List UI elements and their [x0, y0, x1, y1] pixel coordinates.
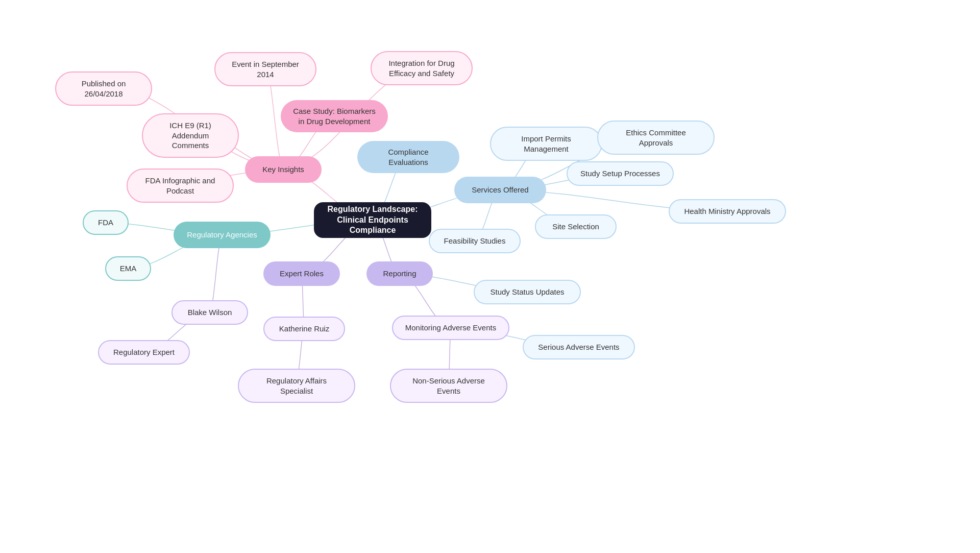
node-center[interactable]: Regulatory Landscape: Clinical Endpoints…: [314, 202, 431, 238]
node-integration[interactable]: Integration for Drug Efficacy and Safety: [371, 51, 473, 85]
node-reporting[interactable]: Reporting: [366, 261, 433, 286]
node-publishedOn[interactable]: Published on 26/04/2018: [55, 71, 152, 106]
node-ichE9[interactable]: ICH E9 (R1) Addendum Comments: [142, 113, 239, 158]
node-studyStatus[interactable]: Study Status Updates: [474, 280, 581, 304]
node-regulatoryAgencies[interactable]: Regulatory Agencies: [174, 222, 271, 248]
node-katherineRuiz[interactable]: Katherine Ruiz: [263, 317, 345, 341]
node-ema[interactable]: EMA: [105, 256, 151, 281]
node-blakeWilson[interactable]: Blake Wilson: [172, 300, 248, 325]
node-importPermits[interactable]: Import Permits Management: [490, 127, 602, 161]
node-nonSeriousAdverse[interactable]: Non-Serious Adverse Events: [390, 369, 507, 403]
node-regulatoryExpert[interactable]: Regulatory Expert: [98, 340, 190, 365]
node-eventSept[interactable]: Event in September 2014: [214, 52, 316, 86]
node-regulatoryAffairs[interactable]: Regulatory Affairs Specialist: [238, 369, 355, 403]
node-complianceEval[interactable]: Compliance Evaluations: [357, 141, 459, 173]
node-monitoringAdverse[interactable]: Monitoring Adverse Events: [392, 316, 509, 340]
node-caseStudy[interactable]: Case Study: Biomarkers in Drug Developme…: [281, 100, 388, 132]
node-studySetup[interactable]: Study Setup Processes: [567, 161, 674, 186]
node-healthMinistry[interactable]: Health Ministry Approvals: [669, 199, 786, 224]
node-fda[interactable]: FDA: [83, 210, 129, 235]
node-servicesOffered[interactable]: Services Offered: [454, 177, 546, 203]
node-siteSelection[interactable]: Site Selection: [535, 214, 617, 239]
node-keyInsights[interactable]: Key Insights: [245, 156, 322, 183]
node-fdaInfographic[interactable]: FDA Infographic and Podcast: [127, 169, 234, 203]
mindmap-container: Regulatory Landscape: Clinical Endpoints…: [0, 0, 980, 553]
node-feasibilityStudies[interactable]: Feasibility Studies: [429, 229, 521, 253]
node-ethicsCommittee[interactable]: Ethics Committee Approvals: [597, 121, 715, 155]
node-seriousAdverse[interactable]: Serious Adverse Events: [523, 335, 635, 359]
node-expertRoles[interactable]: Expert Roles: [263, 261, 340, 286]
